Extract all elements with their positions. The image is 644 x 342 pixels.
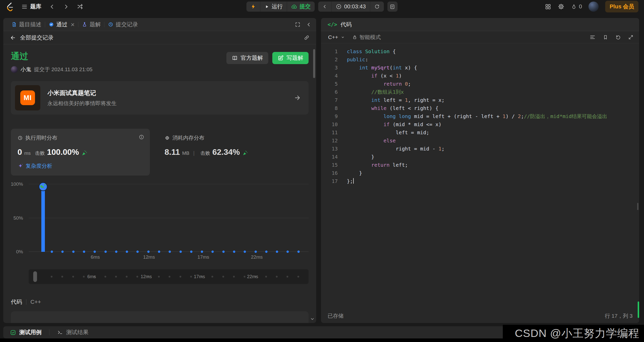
write-solution-button[interactable]: 写题解 (272, 52, 309, 64)
testcase-tab[interactable]: 测试用例 (10, 329, 42, 336)
runtime-dot[interactable] (190, 251, 192, 253)
debugger-button[interactable] (246, 2, 260, 12)
runtime-dot[interactable] (158, 251, 160, 253)
runtime-chart-plot[interactable]: 6ms12ms17ms22ms (29, 184, 309, 252)
close-icon[interactable]: × (71, 21, 75, 28)
nav-back-icon[interactable] (49, 4, 55, 10)
runtime-dot[interactable] (287, 251, 289, 253)
code-line[interactable]: 7 int left = 1, right = x; (321, 96, 639, 104)
reset-code-icon[interactable] (615, 34, 621, 40)
grid-apps-icon[interactable] (545, 4, 551, 10)
runtime-dot[interactable] (104, 251, 107, 253)
code-line[interactable]: 15 return left; (321, 161, 639, 169)
complexity-analysis-link[interactable]: 复杂度分析 (17, 162, 143, 169)
left-scrollbar-thumb[interactable] (313, 49, 315, 78)
user-avatar[interactable] (588, 2, 599, 12)
official-solution-button[interactable]: 官方题解 (226, 52, 268, 64)
code-editor[interactable]: 1class Solution {2public:3 int mySqrt(in… (321, 43, 639, 309)
promo-banner[interactable]: MI 小米面试真题笔记 永远相信美好的事情即将发生 (11, 81, 309, 115)
expand-diagonal-icon[interactable] (628, 34, 634, 40)
runtime-dot[interactable] (211, 251, 214, 253)
runtime-highlight-bar[interactable] (41, 187, 45, 252)
collapse-chevron-icon[interactable] (306, 22, 312, 27)
x-axis-label: 17ms (198, 254, 209, 260)
brush-thumb[interactable] (33, 271, 37, 282)
submitter-avatar[interactable] (11, 66, 18, 73)
runtime-stat-card[interactable]: 执行用时分布 0 ms 击败 100.00% (11, 129, 150, 176)
code-line[interactable]: 10 if (mid * mid <= x) (321, 120, 639, 128)
format-lines-icon[interactable] (589, 34, 596, 40)
timer-reset-button[interactable] (370, 2, 384, 12)
code-line[interactable]: 8 while (left < right) { (321, 104, 639, 112)
code-line[interactable]: 2public: (321, 55, 639, 64)
code-line[interactable]: 11 left = mid; (321, 128, 639, 137)
shuffle-icon[interactable] (77, 3, 83, 10)
code-line[interactable]: 16 } (321, 169, 639, 177)
runtime-dot[interactable] (51, 251, 53, 253)
runtime-dot[interactable] (61, 251, 64, 253)
line-number: 6 (321, 88, 338, 96)
code-line[interactable]: 4 if (x < 1) (321, 72, 639, 80)
runtime-dot[interactable] (126, 251, 128, 253)
brush-dot (51, 276, 52, 278)
runtime-dot[interactable] (83, 251, 85, 253)
code-line[interactable]: 3 int mySqrt(int x) { (321, 64, 639, 72)
terminal-icon (57, 329, 63, 335)
timer-display[interactable]: 00:03:43 (331, 2, 370, 12)
runtime-dot[interactable] (222, 251, 225, 253)
code-line[interactable]: 9 long long mid = left + (right - left +… (321, 112, 639, 120)
chevron-down-icon (341, 35, 345, 40)
tab-description[interactable]: 题目描述 (8, 18, 45, 31)
bookmark-icon[interactable] (603, 34, 608, 40)
copy-link-icon[interactable] (304, 35, 310, 41)
runtime-dot[interactable] (94, 251, 96, 253)
arrow-left-icon[interactable] (10, 35, 16, 41)
runtime-dot[interactable] (201, 251, 203, 253)
smart-mode-toggle[interactable]: 智能模式 (352, 34, 381, 41)
gear-icon[interactable] (558, 3, 564, 10)
info-icon[interactable] (139, 134, 144, 140)
nav-forward-icon[interactable] (63, 4, 69, 10)
tab-submissions[interactable]: 提交记录 (104, 18, 141, 31)
runtime-dot[interactable] (255, 251, 257, 253)
runtime-dot[interactable] (136, 251, 139, 253)
runtime-dot[interactable] (265, 251, 267, 253)
runtime-dot[interactable] (276, 251, 278, 253)
editor-scrollbar-thumb[interactable] (637, 203, 638, 210)
tab-result[interactable]: 通过 × (45, 18, 78, 31)
code-preview-card[interactable]: class Solution { (11, 311, 309, 323)
runtime-dot[interactable] (115, 251, 117, 253)
code-line[interactable]: 13 right = mid - 1; (321, 145, 639, 153)
leetcode-logo[interactable] (6, 2, 14, 11)
runtime-dot[interactable] (297, 251, 300, 253)
runtime-dot[interactable] (233, 251, 235, 253)
scroll-down-icon[interactable] (310, 316, 315, 321)
streak-counter[interactable]: 0 (571, 3, 582, 10)
timer-collapse-button[interactable] (318, 2, 331, 12)
code-line[interactable]: 5 return 0; (321, 80, 639, 88)
code-line[interactable]: 14 } (321, 153, 639, 161)
runtime-dot[interactable] (244, 251, 246, 253)
runtime-dot[interactable] (169, 251, 171, 253)
back-label[interactable]: 全部提交记录 (20, 34, 53, 42)
language-selector[interactable]: C++ (327, 33, 347, 41)
brush-dot (83, 276, 85, 278)
runtime-dot[interactable] (147, 251, 150, 253)
run-button[interactable]: 运行 (260, 2, 287, 12)
runtime-dot[interactable] (180, 251, 182, 253)
plus-membership-button[interactable]: Plus 会员 (605, 1, 638, 12)
chart-brush[interactable]: 6ms12ms17ms22ms (29, 269, 309, 284)
memory-stat-block[interactable]: 消耗内存分布 8.11 MB | 击败 62.34% (150, 129, 248, 176)
code-line[interactable]: 1class Solution { (321, 47, 639, 55)
tab-solutions[interactable]: 题解 (78, 18, 104, 31)
submit-button[interactable]: 提交 (287, 2, 315, 12)
notes-button[interactable] (387, 2, 398, 12)
testresult-tab[interactable]: 测试结果 (57, 329, 88, 336)
problem-list-button[interactable]: 题库 (21, 3, 41, 10)
runtime-dot[interactable] (72, 251, 75, 253)
code-line[interactable]: 12 else (321, 137, 639, 145)
expand-icon[interactable] (295, 22, 300, 27)
code-line[interactable]: 17}; (321, 177, 639, 185)
globe-marker-icon[interactable] (38, 182, 48, 192)
code-line[interactable]: 6 //数组从1到x (321, 88, 639, 96)
